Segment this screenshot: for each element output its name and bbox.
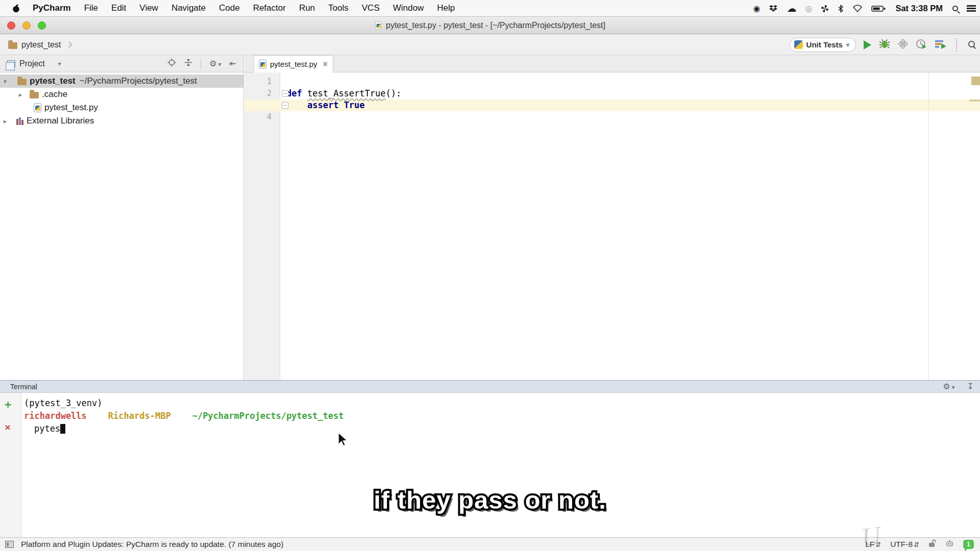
menu-refactor[interactable]: Refactor — [247, 0, 292, 17]
collapse-all-icon[interactable] — [184, 58, 192, 69]
project-window-icon — [7, 60, 15, 67]
run-toolbar: Unit Tests ▾ — [790, 34, 975, 55]
run-with-python-console-button[interactable] — [935, 39, 947, 51]
run-configuration-selector[interactable]: Unit Tests ▾ — [790, 38, 856, 52]
ide-toolbar: pytest_test Unit Tests ▾ — [0, 34, 980, 55]
folder-icon — [30, 92, 39, 98]
menu-file[interactable]: File — [78, 0, 105, 17]
chevron-right-icon — [66, 41, 73, 48]
line-separator-selector[interactable]: LF⇵ — [865, 540, 881, 549]
project-path: ~/PycharmProjects/pytest_test — [80, 76, 197, 86]
cloud-upload-icon[interactable]: ☁ — [787, 3, 796, 14]
search-everywhere-icon[interactable] — [968, 40, 975, 49]
menu-edit[interactable]: Edit — [105, 0, 133, 17]
encoding-selector[interactable]: UTF-8⇵ — [890, 540, 919, 549]
notification-badge[interactable]: 1 — [963, 540, 974, 549]
window-title-bar: pytest_test.py - pytest_test - [~/Pychar… — [0, 17, 980, 34]
debug-button[interactable] — [879, 39, 890, 51]
breadcrumb[interactable]: pytest_test — [8, 34, 71, 55]
bluetooth-icon[interactable] — [838, 5, 844, 13]
terminal-user: richardwells — [24, 411, 87, 421]
zoom-window-button[interactable] — [38, 21, 46, 30]
project-tree: ▾ pytest_test ~/PycharmProjects/pytest_t… — [0, 72, 244, 380]
chevron-collapsed-icon[interactable]: ▸ — [15, 91, 26, 98]
tree-row-cache-folder[interactable]: ▸ .cache — [0, 88, 243, 101]
chevron-collapsed-icon[interactable]: ▸ — [0, 117, 10, 125]
scrollbar-warning-mark[interactable] — [969, 99, 980, 102]
hide-panel-icon[interactable]: ⇤ — [230, 60, 236, 68]
fold-marker-icon[interactable]: − — [282, 102, 288, 109]
new-session-icon[interactable]: + — [5, 398, 11, 411]
tree-row-project-root[interactable]: ▾ pytest_test ~/PycharmProjects/pytest_t… — [0, 74, 243, 88]
terminal-command-line[interactable]: pytes — [24, 422, 344, 435]
python-file-icon — [375, 21, 382, 29]
terminal-cwd: ~/PycharmProjects/pytest_test — [192, 411, 344, 421]
close-tab-icon[interactable]: × — [323, 60, 328, 69]
tree-row-pytest-file[interactable]: pytest_test.py — [0, 101, 243, 114]
terminal-header[interactable]: Terminal ⚙▾ ↧ — [0, 380, 980, 393]
folder-icon — [8, 42, 17, 49]
terminal-panel[interactable]: + × (pytest_3_venv) richardwellsRichards… — [0, 393, 980, 537]
chevron-expanded-icon[interactable]: ▾ — [0, 78, 10, 85]
project-header-actions: ⚙▾ ⇤ — [167, 58, 236, 69]
python-file-icon — [34, 103, 41, 112]
wifi-icon[interactable] — [852, 5, 863, 12]
menu-window[interactable]: Window — [386, 0, 430, 17]
close-session-icon[interactable]: × — [5, 421, 11, 433]
terminal-title: Terminal — [10, 383, 37, 391]
terminal-prompt-line: richardwellsRichards-MBP~/PycharmProject… — [24, 410, 344, 422]
menu-view[interactable]: View — [133, 0, 165, 17]
minimize-window-button[interactable] — [22, 21, 31, 30]
project-panel-title[interactable]: Project — [19, 59, 45, 68]
code-lines: def test_AssertTrue(): assert True — [244, 76, 980, 123]
menu-pycharm[interactable]: PyCharm — [26, 0, 78, 17]
lock-icon[interactable] — [928, 539, 936, 549]
menu-run[interactable]: Run — [292, 0, 322, 17]
status-message[interactable]: Platform and Plugin Updates: PyCharm is … — [21, 540, 283, 549]
code-line-3: assert True — [244, 99, 980, 111]
terminal-output: (pytest_3_venv) richardwellsRichards-MBP… — [24, 397, 344, 435]
hide-panel-down-icon[interactable]: ↧ — [967, 383, 974, 391]
pinwheel-icon[interactable] — [821, 5, 829, 13]
menu-help[interactable]: Help — [430, 0, 461, 17]
menu-tools[interactable]: Tools — [322, 0, 355, 17]
inspection-status-marker[interactable] — [971, 77, 980, 85]
header-divider — [201, 59, 201, 68]
settings-gear-icon[interactable]: ⚙▾ — [209, 60, 221, 68]
terminal-header-actions: ⚙▾ ↧ — [943, 383, 974, 391]
apple-menu-icon[interactable] — [7, 4, 26, 13]
code-line-4 — [244, 111, 980, 123]
status-bar-widgets: LF⇵ UTF-8⇵ 1 — [865, 539, 974, 549]
menu-vcs[interactable]: VCS — [355, 0, 386, 17]
hector-inspector-icon[interactable] — [945, 539, 954, 549]
close-window-button[interactable] — [7, 21, 15, 30]
record-icon[interactable]: ◉ — [753, 4, 760, 13]
profiler-button[interactable] — [916, 39, 927, 51]
code-editor[interactable]: 1 2 3 4 − − def test_AssertTrue(): asser… — [244, 72, 980, 380]
fold-marker-icon[interactable]: − — [282, 90, 288, 97]
updown-arrows-icon: ⇵ — [875, 541, 881, 548]
run-with-coverage-button[interactable] — [898, 39, 908, 51]
tree-row-external-libraries[interactable]: ▸ External Libraries — [0, 114, 243, 128]
menu-clock[interactable]: Sat 3:38 PM — [894, 4, 944, 13]
terminal-caret — [60, 424, 65, 434]
chevron-down-icon[interactable]: ▾ — [58, 60, 61, 67]
battery-icon[interactable] — [871, 5, 886, 12]
dropbox-icon[interactable] — [769, 5, 778, 13]
run-button[interactable] — [864, 40, 871, 49]
window-title: pytest_test.py - pytest_test - [~/Pychar… — [375, 21, 605, 30]
python-file-icon — [259, 60, 266, 69]
toolbar-separator — [956, 38, 957, 52]
settings-gear-icon[interactable]: ⚙▾ — [943, 383, 954, 391]
code-line-2: def test_AssertTrue(): — [244, 88, 980, 99]
tab-pytest-test-py[interactable]: pytest_test.py × — [254, 55, 333, 72]
chevron-down-icon: ▾ — [846, 41, 849, 48]
menu-navigate[interactable]: Navigate — [165, 0, 212, 17]
editor-tab-bar: pytest_test.py × — [244, 55, 980, 72]
arcs-icon[interactable]: ◎ — [805, 4, 812, 13]
tool-window-toggle-icon[interactable] — [5, 541, 14, 548]
locate-file-icon[interactable] — [167, 58, 176, 69]
menu-code[interactable]: Code — [212, 0, 247, 17]
spotlight-search-icon[interactable] — [952, 6, 958, 11]
traffic-lights — [7, 21, 46, 30]
